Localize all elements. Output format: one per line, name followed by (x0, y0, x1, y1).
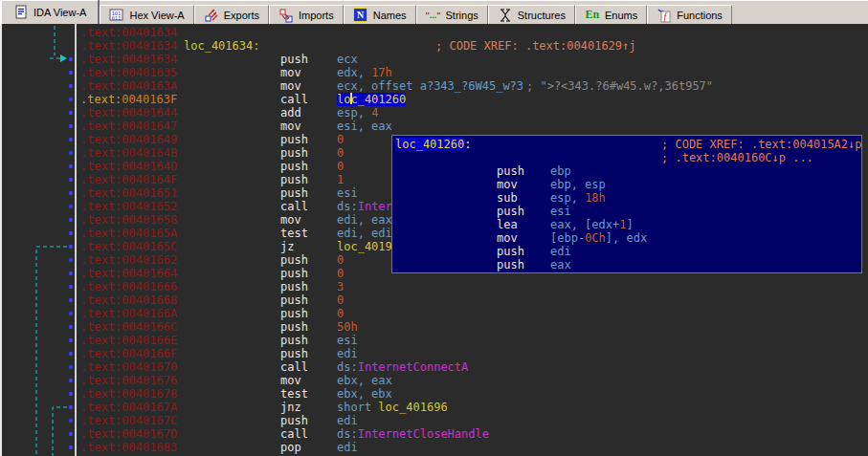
mnemonic[interactable]: push (280, 186, 308, 200)
mnemonic[interactable]: push (280, 267, 308, 280)
mnemonic[interactable]: jnz (280, 401, 301, 414)
operands[interactable]: 1 (337, 173, 344, 186)
tab-enums[interactable]: EnEnums (575, 5, 647, 24)
operands[interactable]: esi, eax (337, 119, 392, 133)
mnemonic[interactable]: pop (280, 441, 301, 454)
operands[interactable]: ds:InternetConnectA (337, 360, 468, 374)
mnemonic[interactable]: push (280, 280, 308, 293)
asm-line[interactable]: .text:00401634loc_401634:; CODE XREF: .t… (0, 39, 868, 53)
mnemonic[interactable]: call (280, 360, 308, 374)
asm-line[interactable]: .text:0040163Amovecx, offset a?343_?6W45… (0, 79, 868, 93)
asm-line[interactable]: .text:0040167Dcallds:InternetCloseHandle (0, 427, 868, 441)
operands[interactable]: 0 (337, 146, 344, 160)
mnemonic[interactable]: push (280, 414, 308, 427)
code-label[interactable]: loc_401634: (184, 39, 259, 53)
operands[interactable]: 0 (337, 253, 344, 267)
mnemonic[interactable]: mov (280, 119, 301, 133)
asm-line[interactable]: .text:0040166Epushesi (0, 334, 868, 347)
asm-line[interactable]: .text:00401634pushecx (0, 53, 868, 66)
address: .text:00401664 (80, 267, 177, 280)
mnemonic[interactable]: push (280, 253, 308, 267)
mnemonic[interactable]: push (280, 307, 308, 320)
mnemonic[interactable]: mov (280, 79, 301, 93)
mnemonic[interactable]: call (280, 427, 308, 441)
asm-token[interactable]: loc_401634: (184, 39, 259, 53)
mnemonic[interactable]: push (280, 53, 308, 66)
tab-exports[interactable]: Exports (194, 5, 269, 24)
tab-ida-view-a[interactable]: IDA View-A (0, 0, 100, 24)
asm-token[interactable]: loc_401260 (337, 93, 406, 106)
operands[interactable]: edi, eax (337, 213, 392, 227)
asm-token[interactable]: loc_401696 (378, 401, 447, 414)
operands[interactable]: esi (337, 186, 358, 200)
asm-line[interactable]: .text:0040167Ajnzshort loc_401696 (0, 401, 868, 414)
mnemonic[interactable]: test (280, 227, 308, 240)
mnemonic[interactable]: add (280, 106, 301, 119)
operands[interactable]: edi (337, 414, 358, 427)
operands[interactable]: esp, 4 (337, 106, 378, 119)
operands[interactable]: 3 (337, 280, 344, 293)
tab-imports[interactable]: Imports (269, 5, 344, 24)
mnemonic[interactable]: push (280, 334, 308, 347)
tab-structures[interactable]: Structures (488, 5, 575, 24)
tab-functions[interactable]: fFunctions (647, 5, 732, 24)
mnemonic[interactable]: push (280, 320, 308, 334)
asm-line[interactable]: .text:00401647movesi, eax (0, 119, 868, 133)
operands[interactable]: ebx, eax (337, 374, 392, 387)
tab-strings[interactable]: "..."Strings (416, 5, 488, 24)
operands[interactable]: 0 (337, 307, 344, 320)
operands[interactable]: edi, edi (337, 227, 392, 240)
operands[interactable]: ebx, ebx (337, 387, 392, 401)
mnemonic[interactable]: mov (280, 374, 301, 387)
asm-token[interactable]: InternetConnectA (358, 360, 469, 374)
structures-icon (498, 8, 513, 23)
asm-line[interactable]: .text:0040166Fpushedi (0, 347, 868, 360)
mnemonic: push (497, 258, 524, 271)
tab-hex-view-a[interactable]: 101011Hex View-A (100, 5, 193, 24)
mnemonic[interactable]: mov (280, 213, 301, 227)
operands[interactable]: 0 (337, 267, 344, 280)
operands[interactable]: esi (337, 334, 358, 347)
operands[interactable]: ecx, offset a?343_?6W45_w?3 (337, 79, 523, 93)
asm-token[interactable]: loc_401260 (395, 138, 464, 151)
asm-line[interactable]: .text:0040163Fcallloc_401260 (0, 93, 868, 106)
operands[interactable]: ds:InternetCloseHandle (337, 427, 489, 441)
asm-line[interactable]: .text:00401644addesp, 4 (0, 106, 868, 119)
mnemonic[interactable]: call (280, 93, 308, 106)
tab-names[interactable]: NNames (344, 5, 416, 24)
operands[interactable]: edx, 17h (337, 66, 392, 79)
mnemonic[interactable]: push (280, 173, 308, 186)
asm-token[interactable]: InternetCloseHandle (358, 427, 489, 441)
mnemonic[interactable]: push (280, 160, 308, 173)
asm-line[interactable]: .text:00401670callds:InternetConnectA (0, 360, 868, 374)
asm-line[interactable]: .text:00401666push3 (0, 280, 868, 293)
asm-line[interactable]: .text:00401678testebx, ebx (0, 387, 868, 401)
asm-line[interactable]: .text:00401634 (0, 26, 868, 39)
mnemonic[interactable]: jz (280, 240, 294, 253)
mnemonic[interactable]: mov (280, 66, 301, 79)
operands[interactable]: edi (337, 347, 358, 360)
operands[interactable]: short loc_401696 (337, 401, 448, 414)
operands[interactable]: 0 (337, 160, 344, 173)
asm-line[interactable]: .text:00401683popedi (0, 441, 868, 454)
asm-line[interactable]: .text:00401668push0 (0, 293, 868, 307)
mnemonic[interactable]: push (280, 293, 308, 307)
mnemonic[interactable]: push (280, 146, 308, 160)
asm-line[interactable]: .text:0040166Apush0 (0, 307, 868, 320)
operands[interactable]: 0 (337, 133, 344, 146)
address: .text:00401635 (80, 66, 177, 79)
asm-line[interactable]: .text:0040166Cpush50h (0, 320, 868, 334)
mnemonic[interactable]: test (280, 387, 308, 401)
operands[interactable]: edi (337, 441, 358, 454)
mnemonic[interactable]: push (280, 133, 308, 146)
operands[interactable]: 50h (337, 320, 358, 334)
mnemonic[interactable]: push (280, 347, 308, 360)
operands[interactable]: 0 (337, 293, 344, 307)
disassembly-view[interactable]: .text:00401634.text:00401634loc_401634:;… (0, 24, 868, 456)
operands[interactable]: ecx (337, 53, 358, 66)
asm-line[interactable]: .text:0040167Cpushedi (0, 414, 868, 427)
asm-line[interactable]: .text:00401676movebx, eax (0, 374, 868, 387)
asm-line[interactable]: .text:00401635movedx, 17h (0, 66, 868, 79)
mnemonic[interactable]: call (280, 200, 308, 213)
operands[interactable]: loc_401260 (337, 93, 406, 106)
